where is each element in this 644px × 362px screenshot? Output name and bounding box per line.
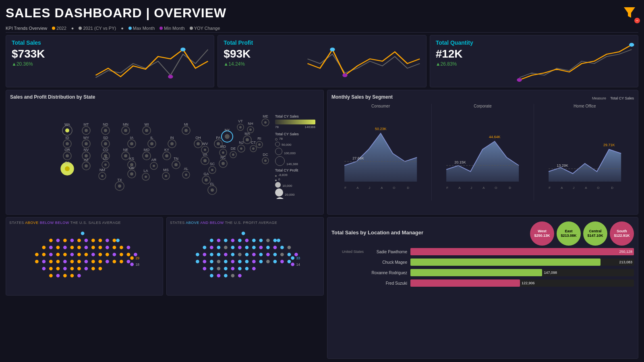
svg-point-176 [113, 246, 116, 249]
bar-fill-roxanne [410, 269, 542, 276]
svg-point-281 [210, 267, 213, 271]
badge-west[interactable]: West $250.13K [530, 221, 554, 246]
svg-point-208 [42, 267, 46, 271]
svg-text:WA: WA [64, 122, 70, 126]
svg-point-181 [49, 253, 53, 257]
svg-point-95 [240, 147, 242, 150]
svg-text:NV: NV [84, 148, 89, 152]
svg-point-204 [106, 260, 109, 263]
corporate-svg: 44.64K 20.15K F A J A O D [433, 109, 532, 190]
svg-text:DE: DE [231, 147, 236, 151]
svg-point-11 [85, 129, 88, 132]
badge-east[interactable]: East $213.08K [557, 221, 581, 246]
svg-point-179 [35, 253, 39, 257]
svg-point-243 [238, 246, 242, 249]
svg-point-183 [63, 253, 67, 257]
svg-point-98 [252, 147, 255, 150]
svg-point-50 [150, 142, 153, 145]
svg-point-200 [77, 260, 81, 263]
svg-point-26 [225, 134, 230, 139]
legend-max[interactable]: Max Month [128, 26, 155, 31]
svg-text:A: A [381, 186, 383, 190]
svg-point-230 [231, 239, 235, 242]
svg-point-275 [259, 260, 263, 263]
svg-point-47 [130, 142, 133, 145]
svg-point-180 [42, 253, 46, 257]
svg-point-155 [49, 239, 53, 242]
svg-point-215 [91, 267, 95, 271]
svg-point-20 [145, 129, 148, 132]
bar-fill-fred [410, 279, 520, 287]
svg-point-262 [273, 253, 277, 257]
svg-point-149 [118, 184, 121, 188]
svg-point-156 [56, 239, 60, 242]
svg-point-177 [120, 246, 123, 249]
svg-point-167 [49, 246, 53, 249]
svg-point-192 [127, 253, 130, 257]
location-badges: West $250.13K East $213.08K Central $147… [530, 221, 634, 246]
legend-scale: 78 146388 [275, 125, 315, 129]
kpi-filter-label: KPI Trends Overview [6, 26, 47, 31]
svg-point-277 [273, 260, 277, 263]
svg-point-244 [245, 246, 249, 249]
svg-point-56 [197, 142, 200, 145]
legend-dot-yoy [190, 27, 193, 30]
kpi-chart-quantity [513, 35, 638, 87]
svg-point-41 [85, 142, 88, 145]
bar-row-fred: Fred Suzuki 122,906 [331, 279, 634, 287]
svg-text:IN: IN [170, 136, 174, 140]
page-title: SALES DASHBOARD | OVERVIEW [6, 6, 226, 21]
legend-2021[interactable]: 2021 (CY vs PY) [79, 26, 116, 31]
svg-point-250 [288, 246, 291, 249]
svg-marker-0 [624, 7, 635, 18]
legend-dot-max [128, 27, 132, 30]
svg-point-284 [231, 267, 235, 271]
svg-point-62 [246, 138, 249, 141]
svg-point-280 [203, 267, 207, 271]
svg-text:29: 29 [135, 256, 139, 260]
svg-point-189 [106, 253, 109, 257]
header: SALES DASHBOARD | OVERVIEW − [6, 4, 638, 23]
legend-yoy[interactable]: YOY Change [190, 26, 220, 31]
svg-text:14: 14 [296, 263, 300, 267]
svg-point-205 [113, 260, 116, 263]
svg-point-196 [49, 260, 53, 263]
svg-text:CT: CT [251, 141, 256, 145]
svg-point-228 [217, 239, 221, 242]
svg-text:PA: PA [216, 136, 220, 140]
bar-fill-chuck [410, 259, 601, 266]
svg-point-157 [63, 239, 67, 242]
bar-row-chuck: Chuck Magee 213,083 [331, 259, 634, 266]
svg-point-199 [70, 260, 74, 263]
svg-text:NC: NC [221, 155, 226, 159]
svg-point-265 [294, 253, 298, 257]
svg-point-158 [70, 239, 74, 242]
svg-point-38 [66, 142, 69, 145]
badge-south[interactable]: South $122.91K [610, 221, 634, 246]
svg-text:O: O [495, 186, 497, 190]
svg-point-266 [196, 260, 199, 263]
svg-point-206 [120, 260, 123, 263]
svg-point-65 [258, 143, 261, 146]
svg-point-288 [210, 274, 213, 277]
segment-title: Monthly Sales by Segment [331, 94, 393, 100]
svg-text:A: A [561, 186, 563, 190]
svg-point-283 [224, 267, 228, 271]
profit-avg-label: STATES ABOVE AND BELOW THE U.S. PROFIT A… [170, 221, 320, 225]
svg-point-140 [165, 175, 167, 177]
svg-point-113 [153, 165, 155, 167]
svg-point-165 [116, 239, 120, 242]
legend-min[interactable]: Min Month [159, 26, 184, 31]
legend-2022[interactable]: 2022 [52, 26, 66, 31]
svg-text:WI: WI [145, 122, 149, 126]
svg-point-5 [629, 43, 634, 47]
kpi-chart-sales [89, 35, 214, 87]
dashboard: SALES DASHBOARD | OVERVIEW − KPI Trends … [0, 0, 644, 362]
legend-dot-min [159, 27, 163, 30]
svg-point-1 [180, 48, 185, 51]
badge-central[interactable]: Central $147.10K [583, 221, 607, 246]
svg-point-203 [99, 260, 102, 263]
svg-point-168 [56, 246, 60, 249]
svg-point-6 [517, 78, 522, 82]
svg-text:VT: VT [238, 119, 243, 123]
